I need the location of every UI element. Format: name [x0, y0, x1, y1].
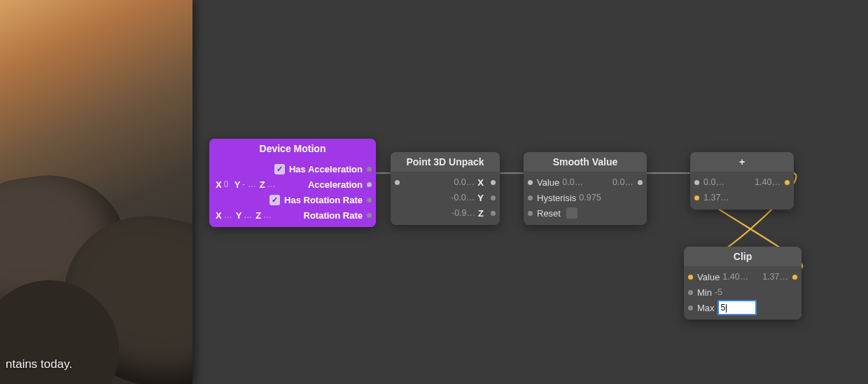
node-smooth-value[interactable]: Smooth Value Value 0.0… 0.0… Hysterisis … [524, 152, 647, 225]
label-acceleration: Acceleration [308, 179, 363, 190]
axis-z-label: Z [260, 179, 265, 190]
node-point-3d-unpack[interactable]: Point 3D Unpack 0.0… X -0.0… Y -0.9… Z [391, 152, 500, 225]
input-port-unpack[interactable] [395, 180, 400, 185]
input-port-plus-2[interactable] [694, 196, 699, 200]
row-clip-min: Min -5 [685, 284, 800, 300]
plus-in-1: 0.0… [704, 177, 724, 187]
node-title: Point 3D Unpack [391, 152, 500, 172]
input-port-smooth-reset[interactable] [528, 211, 533, 216]
unpack-y-label: Y [477, 193, 484, 203]
row-clip-value: Value 1.40… 1.37… [685, 269, 800, 284]
row-smooth-hysterisis: Hysterisis 0.975 [525, 190, 645, 205]
axis-y-val: - … [242, 179, 255, 189]
label-clip-max: Max [697, 303, 715, 313]
row-has-rotation-rate: ✓ Has Rotation Rate [211, 192, 374, 207]
label-smooth-hysterisis: Hysterisis [537, 193, 576, 203]
plus-in-2: 1.37… [704, 193, 729, 203]
input-port-smooth-hysterisis[interactable] [528, 196, 533, 200]
node-clip[interactable]: Clip Value 1.40… 1.37… Min -5 Max 5 [684, 247, 802, 320]
axis-z-label: Z [255, 210, 261, 221]
axis-x-val: 0 [224, 179, 231, 189]
input-port-smooth-value[interactable] [528, 180, 533, 185]
clip-max-input[interactable]: 5 [718, 300, 757, 315]
label-smooth-value: Value [537, 177, 559, 188]
reset-button[interactable] [566, 207, 578, 219]
label-rotation-rate: Rotation Rate [304, 210, 363, 221]
output-port-unpack-y[interactable] [491, 196, 496, 200]
node-plus[interactable]: + 0.0… 1.40… 1.37… [690, 152, 794, 210]
row-clip-max: Max 5 [685, 300, 800, 315]
clip-min-val[interactable]: -5 [715, 287, 722, 297]
label-smooth-reset: Reset [537, 208, 561, 219]
node-title: Device Motion [209, 139, 376, 158]
checkbox-has-acceleration[interactable]: ✓ [274, 164, 285, 174]
output-port-clip[interactable] [792, 275, 797, 280]
unpack-z-label: Z [478, 208, 484, 219]
smooth-value-in: 0.0… [562, 177, 583, 187]
unpack-x-val: 0.0… [454, 177, 475, 187]
output-port-smooth-value[interactable] [638, 180, 643, 185]
preview-caption: ntains today. [6, 357, 72, 371]
axis-x-label: X [216, 210, 222, 221]
text-caret-icon [726, 304, 727, 313]
smooth-value-out: 0.0… [612, 177, 634, 187]
output-port-has-rotation-rate[interactable] [367, 198, 372, 203]
unpack-z-val: -0.9… [451, 208, 475, 218]
input-port-clip-min[interactable] [688, 290, 693, 295]
label-has-rotation-rate: Has Rotation Rate [284, 195, 363, 205]
unpack-x-label: X [477, 177, 484, 188]
row-acceleration: X 0 Y - … Z … Acceleration [211, 177, 374, 192]
row-unpack-y: -0.0… Y [392, 190, 498, 205]
node-device-motion[interactable]: Device Motion ✓ Has Acceleration X 0 Y -… [209, 139, 376, 227]
row-rotation-rate: X … Y … Z … Rotation Rate [211, 207, 374, 223]
row-unpack-z: -0.9… Z [392, 205, 498, 221]
row-plus-1: 0.0… 1.40… [692, 174, 792, 190]
row-has-acceleration: ✓ Has Acceleration [211, 161, 374, 177]
row-smooth-value: Value 0.0… 0.0… [525, 174, 645, 190]
output-port-unpack-x[interactable] [491, 180, 496, 185]
node-title: + [690, 152, 794, 172]
clip-value-in: 1.40… [722, 272, 748, 282]
output-port-acceleration[interactable] [367, 182, 372, 187]
output-port-has-acceleration[interactable] [367, 167, 372, 172]
plus-out: 1.40… [755, 177, 780, 187]
label-clip-min: Min [697, 287, 712, 298]
input-port-clip-max[interactable] [688, 306, 693, 310]
axis-z-val: … [267, 179, 276, 189]
output-port-rotation-rate[interactable] [367, 213, 372, 218]
checkbox-has-rotation-rate[interactable]: ✓ [270, 195, 280, 205]
clip-value-out: 1.37… [762, 272, 788, 282]
node-title: Clip [684, 247, 802, 266]
input-port-plus-1[interactable] [694, 180, 699, 185]
label-clip-value: Value [697, 272, 720, 282]
axis-y-label: Y [234, 179, 241, 190]
axis-x-label: X [216, 179, 222, 190]
unpack-y-val: -0.0… [451, 193, 475, 203]
preview-panel: ntains today. [0, 0, 192, 384]
node-title: Smooth Value [524, 152, 647, 172]
axis-y-val: … [244, 210, 252, 220]
smooth-hysterisis-val[interactable]: 0.975 [579, 193, 601, 203]
row-unpack-x: 0.0… X [392, 174, 498, 190]
clip-max-input-value: 5 [721, 303, 726, 313]
input-port-clip-value[interactable] [688, 275, 693, 280]
output-port-plus[interactable] [785, 180, 790, 185]
axis-z-val: … [263, 210, 272, 220]
row-plus-2: 1.37… [692, 190, 792, 205]
output-port-unpack-z[interactable] [491, 211, 496, 216]
axis-x-val: … [224, 210, 232, 220]
row-smooth-reset: Reset [525, 205, 645, 221]
label-has-acceleration: Has Acceleration [289, 164, 363, 174]
axis-y-label: Y [236, 210, 242, 221]
